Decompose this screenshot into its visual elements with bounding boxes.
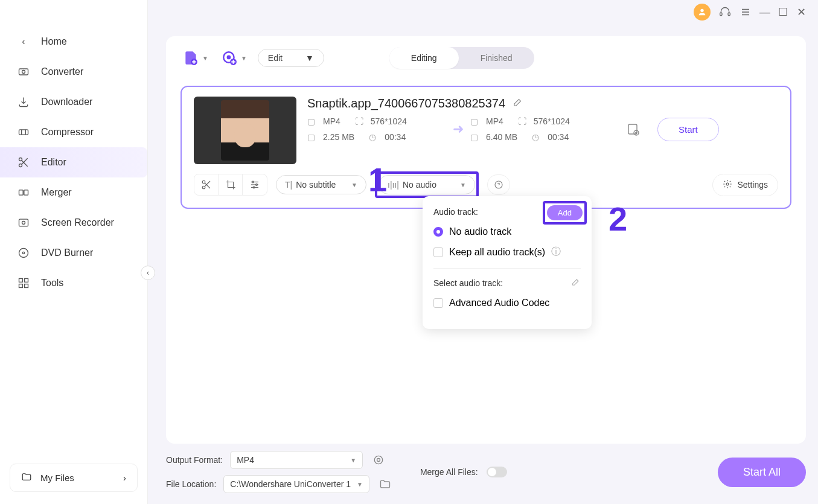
svg-rect-8 bbox=[19, 130, 28, 135]
subtitle-icon: T| bbox=[285, 180, 292, 190]
tab-finished[interactable]: Finished bbox=[459, 47, 534, 69]
compress-icon bbox=[17, 126, 30, 139]
svg-rect-23 bbox=[19, 284, 23, 288]
merge-toggle[interactable] bbox=[487, 467, 507, 477]
start-all-button[interactable]: Start All bbox=[718, 458, 806, 487]
output-format-select[interactable]: MP4 ▼ bbox=[230, 451, 363, 469]
tab-editing[interactable]: Editing bbox=[389, 47, 459, 69]
svg-point-12 bbox=[19, 164, 22, 167]
minimize-button[interactable]: — bbox=[760, 7, 770, 17]
my-files-label: My Files bbox=[40, 473, 74, 483]
trim-button[interactable] bbox=[194, 174, 219, 195]
sidebar-item-screen-recorder[interactable]: Screen Recorder bbox=[0, 208, 147, 238]
sidebar-item-label: Screen Recorder bbox=[41, 217, 114, 228]
support-icon[interactable] bbox=[719, 6, 731, 18]
file-location-select[interactable]: C:\Wondershare UniConverter 1 ▼ bbox=[223, 475, 369, 493]
start-button[interactable]: Start bbox=[657, 118, 719, 141]
no-audio-option[interactable]: No audio track bbox=[433, 226, 581, 237]
sidebar: ‹ Home Converter Downloader Compressor E… bbox=[0, 0, 148, 504]
add-file-icon bbox=[181, 48, 201, 68]
output-settings-button[interactable] bbox=[621, 122, 645, 136]
svg-point-7 bbox=[22, 71, 25, 74]
crop-button[interactable] bbox=[219, 174, 243, 195]
advanced-audio-checkbox[interactable]: Advanced Audio Codec bbox=[433, 298, 581, 308]
audio-select[interactable]: ı|ıı|No audio ▼ bbox=[379, 175, 475, 194]
sidebar-item-label: Downloader bbox=[41, 97, 92, 107]
add-audio-button[interactable]: Add bbox=[547, 205, 583, 220]
bottom-bar: Output Format: MP4 ▼ File Location: C:\W… bbox=[166, 451, 806, 493]
sidebar-item-dvd-burner[interactable]: DVD Burner bbox=[0, 238, 147, 268]
item-settings-button[interactable]: Settings bbox=[712, 174, 778, 196]
subtitle-select[interactable]: T|No subtitle ▼ bbox=[276, 175, 366, 194]
file-name: Snaptik.app_7400667075380825374 bbox=[307, 97, 505, 110]
size-icon: ▢ bbox=[470, 132, 481, 142]
svg-rect-21 bbox=[19, 279, 23, 282]
add-disc-icon bbox=[219, 48, 240, 68]
sidebar-item-label: DVD Burner bbox=[41, 247, 93, 258]
file-location-label: File Location: bbox=[166, 479, 216, 489]
sidebar-item-label: Editor bbox=[41, 157, 66, 168]
video-icon: ▢ bbox=[470, 116, 481, 126]
close-button[interactable]: ✕ bbox=[796, 7, 806, 17]
svg-rect-24 bbox=[25, 284, 28, 288]
radio-selected-icon bbox=[433, 227, 443, 237]
record-icon bbox=[17, 216, 30, 229]
merge-label: Merge All Files: bbox=[420, 467, 478, 477]
menu-icon[interactable] bbox=[740, 6, 752, 18]
disc-icon bbox=[17, 246, 30, 260]
svg-point-19 bbox=[19, 249, 28, 258]
sidebar-item-downloader[interactable]: Downloader bbox=[0, 87, 147, 117]
help-button[interactable] bbox=[487, 174, 510, 195]
sidebar-item-editor[interactable]: Editor bbox=[0, 147, 147, 177]
help-icon[interactable]: ⓘ bbox=[551, 246, 561, 258]
sidebar-item-converter[interactable]: Converter bbox=[0, 57, 147, 87]
svg-point-42 bbox=[726, 183, 729, 185]
svg-rect-6 bbox=[19, 69, 28, 75]
video-thumbnail[interactable] bbox=[194, 97, 296, 164]
converter-icon bbox=[17, 65, 30, 78]
keep-all-audio-checkbox[interactable]: Keep all audio track(s) ⓘ bbox=[433, 246, 581, 258]
chevron-down-icon: ▼ bbox=[202, 55, 208, 62]
output-format-label: Output Format: bbox=[166, 455, 223, 465]
svg-rect-17 bbox=[19, 219, 28, 226]
add-file-button[interactable]: ▼ bbox=[181, 48, 208, 68]
output-settings-icon[interactable] bbox=[370, 451, 387, 468]
sidebar-item-label: Converter bbox=[41, 66, 83, 77]
clock-icon: ◷ bbox=[369, 132, 380, 142]
add-disc-button[interactable]: ▼ bbox=[219, 48, 247, 68]
chevron-down-icon: ▼ bbox=[350, 457, 356, 464]
svg-point-0 bbox=[700, 9, 703, 12]
folder-icon bbox=[21, 471, 32, 484]
sidebar-item-label: Merger bbox=[41, 187, 72, 198]
resolution-icon: ⛶ bbox=[518, 116, 529, 126]
svg-point-11 bbox=[19, 158, 22, 161]
edit-mode-select[interactable]: Edit ▼ bbox=[258, 49, 324, 67]
maximize-button[interactable]: ☐ bbox=[778, 7, 788, 17]
sidebar-item-home[interactable]: ‹ Home bbox=[0, 27, 147, 57]
sidebar-item-label: Compressor bbox=[41, 127, 94, 138]
edit-name-button[interactable] bbox=[513, 97, 523, 110]
checkbox-icon bbox=[433, 298, 443, 308]
sidebar-item-label: Home bbox=[41, 36, 67, 47]
resolution-icon: ⛶ bbox=[355, 116, 366, 126]
audio-track-label: Audio track: bbox=[433, 207, 478, 217]
avatar[interactable] bbox=[694, 4, 711, 21]
adjust-button[interactable] bbox=[243, 174, 267, 195]
collapse-sidebar-button[interactable]: ‹ bbox=[141, 266, 155, 280]
sidebar-item-merger[interactable]: Merger bbox=[0, 177, 147, 208]
svg-rect-22 bbox=[25, 279, 28, 282]
chevron-down-icon: ▼ bbox=[305, 53, 314, 63]
size-icon: ▢ bbox=[307, 132, 318, 142]
sidebar-item-compressor[interactable]: Compressor bbox=[0, 117, 147, 147]
arrow-icon: ➜ bbox=[446, 121, 470, 137]
open-folder-button[interactable] bbox=[377, 476, 394, 493]
edit-icon[interactable] bbox=[571, 277, 581, 289]
chevron-down-icon: ▼ bbox=[357, 481, 363, 488]
svg-rect-16 bbox=[24, 190, 28, 195]
svg-rect-2 bbox=[728, 13, 730, 16]
sidebar-item-tools[interactable]: Tools bbox=[0, 268, 147, 298]
scissors-icon bbox=[17, 156, 30, 169]
my-files-button[interactable]: My Files › bbox=[10, 464, 138, 492]
svg-point-31 bbox=[202, 180, 205, 183]
svg-point-18 bbox=[22, 222, 25, 225]
